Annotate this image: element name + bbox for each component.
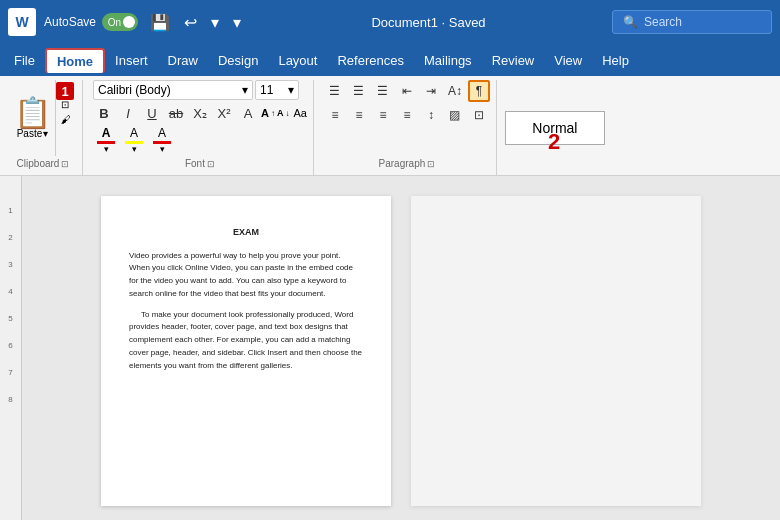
strikethrough-button[interactable]: ab xyxy=(165,102,187,124)
font-expand-icon[interactable]: ⊡ xyxy=(207,159,215,169)
search-box[interactable]: 🔍 Search xyxy=(612,10,772,34)
menu-help[interactable]: Help xyxy=(592,49,639,72)
bold-button[interactable]: B xyxy=(93,102,115,124)
font-size-dropdown[interactable]: 11 ▾ xyxy=(255,80,299,100)
ruler-vertical: 1 2 3 4 5 6 7 8 xyxy=(0,176,22,520)
page-1: EXAM Video provides a powerful way to he… xyxy=(101,196,391,506)
line-spacing-button[interactable]: ↕ xyxy=(420,104,442,126)
doc-scroll-area: EXAM Video provides a powerful way to he… xyxy=(22,176,780,520)
font-label: Font ⊡ xyxy=(93,156,307,171)
font-row1: Calibri (Body) ▾ 11 ▾ xyxy=(93,80,299,100)
word-logo: W xyxy=(8,8,36,36)
shading-button[interactable]: ▨ xyxy=(444,104,466,126)
title-bar-icons: 💾 ↩ ▾ ▾ xyxy=(146,11,245,34)
bullets-button[interactable]: ☰ xyxy=(324,80,346,102)
undo-dropdown-icon[interactable]: ▾ xyxy=(207,11,223,34)
multilevel-button[interactable]: ☰ xyxy=(372,80,394,102)
format-painter-button[interactable]: 🖌 xyxy=(58,113,74,126)
menu-layout[interactable]: Layout xyxy=(268,49,327,72)
highlight-color-button[interactable]: A ▾ xyxy=(121,126,147,154)
paragraph-group: ☰ ☰ ☰ ⇤ ⇥ A↕ ¶ ≡ ≡ ≡ ≡ ↕ ▨ ⊡ Paragraph xyxy=(318,80,497,175)
paragraph-expand-icon[interactable]: ⊡ xyxy=(427,159,435,169)
font-size-chevron: ▾ xyxy=(288,83,294,97)
toggle-state-label: On xyxy=(108,17,121,28)
font-row2: B I U ab X₂ X² A A ↑ A ↓ Aa xyxy=(93,102,307,124)
text-color2-button[interactable]: A ▾ xyxy=(149,126,175,154)
font-group: Calibri (Body) ▾ 11 ▾ B I U ab X₂ X² A A… xyxy=(87,80,314,175)
document-title: Document1 · Saved xyxy=(253,15,604,30)
paragraph-label: Paragraph ⊡ xyxy=(324,156,490,171)
font-row3: A ▾ A ▾ A ▾ xyxy=(93,126,175,154)
show-formatting-button[interactable]: ¶ xyxy=(468,80,490,102)
page-title: EXAM xyxy=(129,226,363,240)
menu-review[interactable]: Review xyxy=(482,49,545,72)
quick-access-more-icon[interactable]: ▾ xyxy=(229,11,245,34)
paste-icon: 📋 xyxy=(14,98,51,128)
autosave-toggle[interactable]: On xyxy=(102,13,138,31)
change-case-button[interactable]: Aa xyxy=(293,107,306,119)
numbering-button[interactable]: ☰ xyxy=(348,80,370,102)
font-name-chevron: ▾ xyxy=(242,83,248,97)
copy-icon: ⊡ xyxy=(61,99,69,110)
font-name-dropdown[interactable]: Calibri (Body) ▾ xyxy=(93,80,253,100)
menu-references[interactable]: References xyxy=(327,49,413,72)
menu-insert[interactable]: Insert xyxy=(105,49,158,72)
clear-format-button[interactable]: A xyxy=(237,102,259,124)
decrease-indent-button[interactable]: ⇤ xyxy=(396,80,418,102)
para-row1: ☰ ☰ ☰ ⇤ ⇥ A↕ ¶ xyxy=(324,80,490,102)
page-para-2: To make your document look professionall… xyxy=(129,309,363,373)
menu-bar: File Home Insert Draw Design Layout Refe… xyxy=(0,44,780,76)
justify-button[interactable]: ≡ xyxy=(396,104,418,126)
font-size-value: 11 xyxy=(260,83,273,97)
clipboard-group: 📋 Paste▾ 1 ⊡ 🖌 xyxy=(4,80,83,175)
sort-button[interactable]: A↕ xyxy=(444,80,466,102)
menu-file[interactable]: File xyxy=(4,49,45,72)
italic-button[interactable]: I xyxy=(117,102,139,124)
search-placeholder: Search xyxy=(644,15,682,29)
align-center-button[interactable]: ≡ xyxy=(348,104,370,126)
styles-group: Normal xyxy=(501,80,609,175)
para-row2: ≡ ≡ ≡ ≡ ↕ ▨ ⊡ xyxy=(324,104,490,126)
ribbon: 📋 Paste▾ 1 ⊡ 🖌 xyxy=(0,76,780,176)
menu-design[interactable]: Design xyxy=(208,49,268,72)
font-name-value: Calibri (Body) xyxy=(98,83,171,97)
page-para-1: Video provides a powerful way to help yo… xyxy=(129,250,363,301)
toggle-knob xyxy=(123,16,135,28)
title-bar: W AutoSave On 💾 ↩ ▾ ▾ Document1 · Saved … xyxy=(0,0,780,44)
clipboard-secondary: 1 ⊡ 🖌 xyxy=(55,80,76,156)
page-2 xyxy=(411,196,701,506)
search-icon: 🔍 xyxy=(623,15,638,29)
clipboard-label: Clipboard ⊡ xyxy=(10,156,76,171)
paste-button[interactable]: 📋 Paste▾ xyxy=(10,80,55,156)
clipboard-expand-icon[interactable]: ⊡ xyxy=(61,159,69,169)
autosave-area: AutoSave On xyxy=(44,13,138,31)
menu-home[interactable]: Home xyxy=(45,48,105,73)
borders-button[interactable]: ⊡ xyxy=(468,104,490,126)
increase-font-icon: A xyxy=(261,107,269,119)
decrease-font-icon: A xyxy=(277,108,284,118)
menu-mailings[interactable]: Mailings xyxy=(414,49,482,72)
undo-icon[interactable]: ↩ xyxy=(180,11,201,34)
align-left-button[interactable]: ≡ xyxy=(324,104,346,126)
align-right-button[interactable]: ≡ xyxy=(372,104,394,126)
subscript-button[interactable]: X₂ xyxy=(189,102,211,124)
increase-indent-button[interactable]: ⇥ xyxy=(420,80,442,102)
document-area: 1 2 3 4 5 6 7 8 EXAM Video provides a po… xyxy=(0,176,780,520)
menu-draw[interactable]: Draw xyxy=(158,49,208,72)
paste-label: Paste▾ xyxy=(17,128,49,139)
format-painter-icon: 🖌 xyxy=(61,114,71,125)
annotation-2: 2 xyxy=(548,129,560,155)
underline-button[interactable]: U xyxy=(141,102,163,124)
superscript-button[interactable]: X² xyxy=(213,102,235,124)
autosave-label: AutoSave xyxy=(44,15,96,29)
annotation-1: 1 xyxy=(56,82,74,100)
quick-save-icon[interactable]: 💾 xyxy=(146,11,174,34)
font-color-button[interactable]: A ▾ xyxy=(93,126,119,154)
menu-view[interactable]: View xyxy=(544,49,592,72)
